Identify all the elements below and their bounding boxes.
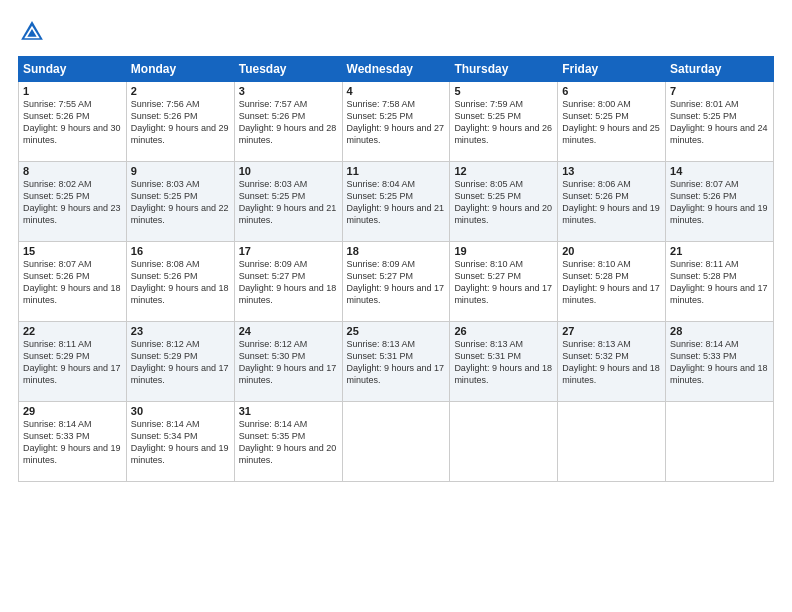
cell-details: Sunrise: 8:11 AMSunset: 5:28 PMDaylight:…: [670, 258, 769, 307]
header-row: SundayMondayTuesdayWednesdayThursdayFrid…: [19, 57, 774, 82]
cell-details: Sunrise: 8:06 AMSunset: 5:26 PMDaylight:…: [562, 178, 661, 227]
day-cell: 4Sunrise: 7:58 AMSunset: 5:25 PMDaylight…: [342, 82, 450, 162]
cell-details: Sunrise: 7:59 AMSunset: 5:25 PMDaylight:…: [454, 98, 553, 147]
day-cell: [450, 402, 558, 482]
day-number: 6: [562, 85, 661, 97]
cell-details: Sunrise: 8:13 AMSunset: 5:31 PMDaylight:…: [454, 338, 553, 387]
logo: [18, 18, 50, 46]
day-cell: 8Sunrise: 8:02 AMSunset: 5:25 PMDaylight…: [19, 162, 127, 242]
day-cell: 2Sunrise: 7:56 AMSunset: 5:26 PMDaylight…: [126, 82, 234, 162]
day-number: 17: [239, 245, 338, 257]
day-cell: 31Sunrise: 8:14 AMSunset: 5:35 PMDayligh…: [234, 402, 342, 482]
day-cell: 6Sunrise: 8:00 AMSunset: 5:25 PMDaylight…: [558, 82, 666, 162]
col-header-monday: Monday: [126, 57, 234, 82]
day-number: 11: [347, 165, 446, 177]
day-number: 12: [454, 165, 553, 177]
col-header-friday: Friday: [558, 57, 666, 82]
day-cell: 28Sunrise: 8:14 AMSunset: 5:33 PMDayligh…: [666, 322, 774, 402]
day-cell: 25Sunrise: 8:13 AMSunset: 5:31 PMDayligh…: [342, 322, 450, 402]
day-number: 21: [670, 245, 769, 257]
day-cell: 1Sunrise: 7:55 AMSunset: 5:26 PMDaylight…: [19, 82, 127, 162]
day-cell: 19Sunrise: 8:10 AMSunset: 5:27 PMDayligh…: [450, 242, 558, 322]
day-number: 5: [454, 85, 553, 97]
week-row-4: 22Sunrise: 8:11 AMSunset: 5:29 PMDayligh…: [19, 322, 774, 402]
cell-details: Sunrise: 8:02 AMSunset: 5:25 PMDaylight:…: [23, 178, 122, 227]
cell-details: Sunrise: 8:09 AMSunset: 5:27 PMDaylight:…: [347, 258, 446, 307]
day-number: 10: [239, 165, 338, 177]
day-cell: 29Sunrise: 8:14 AMSunset: 5:33 PMDayligh…: [19, 402, 127, 482]
day-number: 13: [562, 165, 661, 177]
day-cell: 16Sunrise: 8:08 AMSunset: 5:26 PMDayligh…: [126, 242, 234, 322]
cell-details: Sunrise: 8:14 AMSunset: 5:33 PMDaylight:…: [670, 338, 769, 387]
header: [18, 18, 774, 46]
day-number: 18: [347, 245, 446, 257]
day-number: 27: [562, 325, 661, 337]
day-cell: 23Sunrise: 8:12 AMSunset: 5:29 PMDayligh…: [126, 322, 234, 402]
cell-details: Sunrise: 7:56 AMSunset: 5:26 PMDaylight:…: [131, 98, 230, 147]
day-cell: 11Sunrise: 8:04 AMSunset: 5:25 PMDayligh…: [342, 162, 450, 242]
col-header-wednesday: Wednesday: [342, 57, 450, 82]
day-number: 8: [23, 165, 122, 177]
day-number: 23: [131, 325, 230, 337]
week-row-3: 15Sunrise: 8:07 AMSunset: 5:26 PMDayligh…: [19, 242, 774, 322]
day-number: 22: [23, 325, 122, 337]
day-cell: 13Sunrise: 8:06 AMSunset: 5:26 PMDayligh…: [558, 162, 666, 242]
day-number: 1: [23, 85, 122, 97]
day-cell: 12Sunrise: 8:05 AMSunset: 5:25 PMDayligh…: [450, 162, 558, 242]
cell-details: Sunrise: 8:13 AMSunset: 5:32 PMDaylight:…: [562, 338, 661, 387]
day-number: 7: [670, 85, 769, 97]
col-header-saturday: Saturday: [666, 57, 774, 82]
cell-details: Sunrise: 7:58 AMSunset: 5:25 PMDaylight:…: [347, 98, 446, 147]
day-cell: 20Sunrise: 8:10 AMSunset: 5:28 PMDayligh…: [558, 242, 666, 322]
day-number: 4: [347, 85, 446, 97]
cell-details: Sunrise: 8:12 AMSunset: 5:29 PMDaylight:…: [131, 338, 230, 387]
cell-details: Sunrise: 8:11 AMSunset: 5:29 PMDaylight:…: [23, 338, 122, 387]
day-cell: 17Sunrise: 8:09 AMSunset: 5:27 PMDayligh…: [234, 242, 342, 322]
day-cell: 15Sunrise: 8:07 AMSunset: 5:26 PMDayligh…: [19, 242, 127, 322]
day-cell: 10Sunrise: 8:03 AMSunset: 5:25 PMDayligh…: [234, 162, 342, 242]
week-row-2: 8Sunrise: 8:02 AMSunset: 5:25 PMDaylight…: [19, 162, 774, 242]
cell-details: Sunrise: 8:05 AMSunset: 5:25 PMDaylight:…: [454, 178, 553, 227]
day-number: 31: [239, 405, 338, 417]
cell-details: Sunrise: 8:07 AMSunset: 5:26 PMDaylight:…: [23, 258, 122, 307]
col-header-tuesday: Tuesday: [234, 57, 342, 82]
day-cell: 14Sunrise: 8:07 AMSunset: 5:26 PMDayligh…: [666, 162, 774, 242]
day-cell: 7Sunrise: 8:01 AMSunset: 5:25 PMDaylight…: [666, 82, 774, 162]
day-number: 16: [131, 245, 230, 257]
cell-details: Sunrise: 8:13 AMSunset: 5:31 PMDaylight:…: [347, 338, 446, 387]
day-number: 15: [23, 245, 122, 257]
cell-details: Sunrise: 8:10 AMSunset: 5:27 PMDaylight:…: [454, 258, 553, 307]
day-cell: 5Sunrise: 7:59 AMSunset: 5:25 PMDaylight…: [450, 82, 558, 162]
cell-details: Sunrise: 8:08 AMSunset: 5:26 PMDaylight:…: [131, 258, 230, 307]
cell-details: Sunrise: 8:00 AMSunset: 5:25 PMDaylight:…: [562, 98, 661, 147]
day-number: 30: [131, 405, 230, 417]
day-number: 9: [131, 165, 230, 177]
day-cell: 21Sunrise: 8:11 AMSunset: 5:28 PMDayligh…: [666, 242, 774, 322]
week-row-5: 29Sunrise: 8:14 AMSunset: 5:33 PMDayligh…: [19, 402, 774, 482]
week-row-1: 1Sunrise: 7:55 AMSunset: 5:26 PMDaylight…: [19, 82, 774, 162]
cell-details: Sunrise: 8:01 AMSunset: 5:25 PMDaylight:…: [670, 98, 769, 147]
day-cell: [342, 402, 450, 482]
col-header-sunday: Sunday: [19, 57, 127, 82]
day-cell: 24Sunrise: 8:12 AMSunset: 5:30 PMDayligh…: [234, 322, 342, 402]
day-number: 28: [670, 325, 769, 337]
day-cell: 30Sunrise: 8:14 AMSunset: 5:34 PMDayligh…: [126, 402, 234, 482]
cell-details: Sunrise: 8:10 AMSunset: 5:28 PMDaylight:…: [562, 258, 661, 307]
day-number: 2: [131, 85, 230, 97]
page: SundayMondayTuesdayWednesdayThursdayFrid…: [0, 0, 792, 612]
day-number: 3: [239, 85, 338, 97]
cell-details: Sunrise: 7:55 AMSunset: 5:26 PMDaylight:…: [23, 98, 122, 147]
day-cell: [666, 402, 774, 482]
cell-details: Sunrise: 8:14 AMSunset: 5:33 PMDaylight:…: [23, 418, 122, 467]
day-cell: 27Sunrise: 8:13 AMSunset: 5:32 PMDayligh…: [558, 322, 666, 402]
day-number: 26: [454, 325, 553, 337]
day-cell: 22Sunrise: 8:11 AMSunset: 5:29 PMDayligh…: [19, 322, 127, 402]
day-number: 14: [670, 165, 769, 177]
day-number: 25: [347, 325, 446, 337]
day-number: 29: [23, 405, 122, 417]
col-header-thursday: Thursday: [450, 57, 558, 82]
cell-details: Sunrise: 8:14 AMSunset: 5:34 PMDaylight:…: [131, 418, 230, 467]
cell-details: Sunrise: 8:03 AMSunset: 5:25 PMDaylight:…: [239, 178, 338, 227]
cell-details: Sunrise: 8:09 AMSunset: 5:27 PMDaylight:…: [239, 258, 338, 307]
day-cell: [558, 402, 666, 482]
